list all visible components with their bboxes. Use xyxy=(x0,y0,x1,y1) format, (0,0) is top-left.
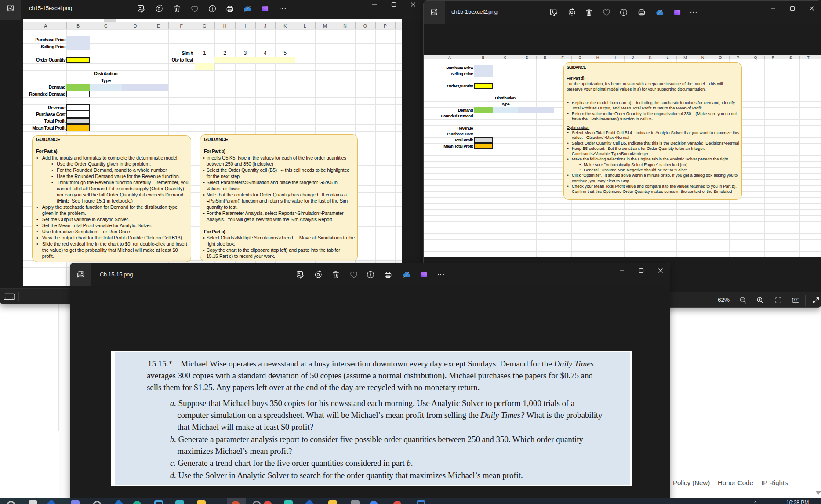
svg-text:1:1: 1:1 xyxy=(794,299,798,302)
